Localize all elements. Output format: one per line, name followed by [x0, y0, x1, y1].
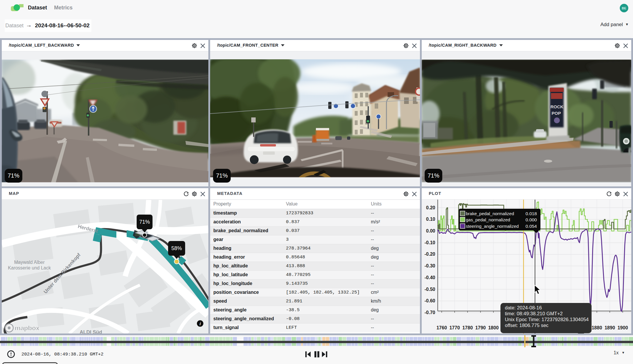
- svg-text:date: 2024-08-16: date: 2024-08-16: [505, 305, 542, 310]
- svg-text:0.018: 0.018: [525, 211, 537, 216]
- svg-text:1900: 1900: [617, 325, 628, 330]
- svg-text:58%: 58%: [171, 245, 182, 251]
- svg-text:offset: 1806.775 sec: offset: 1806.775 sec: [505, 323, 548, 328]
- svg-text:1800: 1800: [488, 325, 499, 330]
- svg-text:brake_pedal_normalized: brake_pedal_normalized: [466, 211, 514, 216]
- svg-text:-0.50: -0.50: [425, 287, 436, 292]
- svg-text:time: 08:49:38.210 GMT+2: time: 08:49:38.210 GMT+2: [505, 311, 563, 316]
- svg-text:ROCK: ROCK: [550, 104, 563, 109]
- svg-text:Unix Epoc Time: 1723792826.130: Unix Epoc Time: 1723792826.1304054: [505, 317, 589, 322]
- svg-text:1780: 1780: [462, 325, 473, 330]
- svg-text:-0.60: -0.60: [425, 298, 436, 303]
- svg-text:-0.40: -0.40: [425, 275, 436, 280]
- svg-text:Maywald Alber: Maywald Alber: [14, 260, 45, 265]
- svg-text:0.000: 0.000: [525, 217, 537, 222]
- svg-text:71%: 71%: [139, 219, 150, 225]
- svg-text:ALDI Süd: ALDI Süd: [80, 329, 102, 333]
- svg-text:1770: 1770: [449, 325, 460, 330]
- svg-text:0.054: 0.054: [525, 224, 537, 229]
- svg-text:POP: POP: [552, 111, 561, 116]
- svg-text:-0.10: -0.10: [425, 240, 436, 245]
- svg-text:0.10: 0.10: [426, 217, 435, 222]
- svg-text:-0.20: -0.20: [425, 252, 436, 257]
- svg-text:1880: 1880: [592, 325, 602, 330]
- svg-text:Karosserie und Lack: Karosserie und Lack: [8, 265, 51, 270]
- svg-text:1890: 1890: [604, 325, 615, 330]
- svg-text:gas_pedal_normalized: gas_pedal_normalized: [466, 217, 510, 222]
- svg-text:mapbox: mapbox: [15, 324, 40, 332]
- svg-text:0.20: 0.20: [426, 205, 435, 210]
- svg-text:-0.70: -0.70: [425, 310, 436, 315]
- svg-text:-0.30: -0.30: [425, 263, 436, 268]
- svg-text:1790: 1790: [475, 325, 486, 330]
- svg-text:1760: 1760: [436, 325, 447, 330]
- svg-text:0.00: 0.00: [426, 228, 435, 233]
- svg-text:steering_angle_normalized: steering_angle_normalized: [466, 224, 519, 229]
